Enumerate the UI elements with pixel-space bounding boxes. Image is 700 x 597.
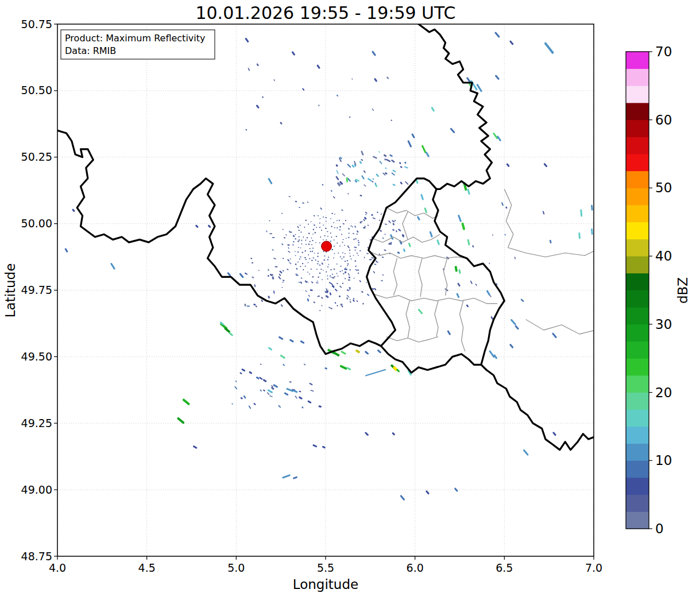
radar-echo: [177, 417, 185, 424]
colorbar-segment: [626, 154, 649, 171]
clutter-speck: [364, 216, 367, 220]
clutter-dot: [319, 310, 320, 311]
clutter-dot: [330, 276, 331, 277]
radar-echo: [447, 330, 451, 335]
clutter-dot: [324, 259, 325, 261]
country-border: [57, 130, 381, 354]
clutter-dot: [359, 195, 362, 196]
clutter-dot: [350, 255, 351, 257]
clutter-speck: [342, 173, 345, 177]
clutter-speck: [316, 280, 318, 282]
radar-echo: [580, 209, 582, 216]
clutter-dot: [322, 280, 323, 280]
clutter-speck: [381, 214, 382, 215]
y-tick-label: 48.75: [21, 550, 52, 563]
clutter-dot: [334, 276, 335, 277]
radar-echo: [543, 163, 547, 168]
radar-echo: [424, 207, 427, 213]
clutter-dot: [385, 234, 386, 235]
radar-echo: [195, 224, 199, 228]
clutter-dot: [281, 243, 284, 246]
clutter-dot: [353, 233, 354, 234]
clutter-dot: [358, 242, 359, 243]
radar-echo: [207, 224, 211, 228]
clutter-speck: [244, 304, 246, 307]
clutter-dot: [328, 264, 329, 265]
radar-echo: [509, 40, 514, 45]
clutter-speck: [363, 184, 366, 187]
radar-echo: [307, 400, 312, 404]
radar-echo: [284, 392, 288, 396]
clutter-speck: [344, 271, 346, 273]
clutter-speck: [279, 270, 283, 273]
colorbar-tick-label: 20: [655, 385, 672, 400]
clutter-dot: [334, 253, 335, 254]
colorbar-segment: [626, 205, 649, 222]
radar-echo: [365, 369, 386, 377]
clutter-speck: [505, 206, 508, 208]
y-tick-label: 50.75: [21, 18, 52, 30]
clutter-speck: [266, 392, 269, 396]
clutter-speck: [273, 290, 275, 294]
colorbar-segment: [626, 392, 649, 409]
clutter-dot: [293, 241, 294, 242]
radar-echo: [365, 351, 369, 355]
clutter-speck: [295, 396, 297, 399]
x-tick-label: 5.5: [317, 561, 334, 574]
clutter-dot: [315, 232, 316, 233]
clutter-dot: [338, 253, 339, 254]
clutter-speck: [340, 304, 342, 305]
clutter-dot: [327, 266, 328, 268]
clutter-dot: [349, 277, 350, 277]
colorbar-segment: [626, 103, 649, 120]
clutter-speck: [466, 304, 469, 308]
clutter-dot: [311, 245, 312, 245]
clutter-speck: [245, 272, 248, 274]
clutter-dot: [308, 224, 309, 224]
clutter-dot: [327, 276, 328, 277]
clutter-dot: [382, 257, 384, 258]
clutter-speck: [318, 405, 322, 408]
clutter-dot: [297, 251, 299, 253]
radar-echo: [273, 384, 278, 388]
radar-echo: [346, 367, 351, 370]
clutter-dot: [381, 280, 383, 281]
radar-echo: [591, 205, 593, 211]
clutter-dot: [309, 258, 310, 259]
clutter-dot: [300, 281, 302, 284]
clutter-speck: [268, 296, 270, 298]
country-border: [367, 179, 505, 373]
clutter-speck: [289, 381, 292, 383]
clutter-dot: [331, 277, 331, 278]
clutter-dot: [363, 227, 365, 228]
clutter-speck: [243, 395, 246, 398]
clutter-dot: [323, 216, 323, 218]
clutter-dot: [318, 295, 320, 297]
clutter-dot: [348, 237, 349, 238]
clutter-dot: [339, 246, 341, 247]
clutter-dot: [324, 255, 325, 257]
clutter-dot: [358, 272, 359, 274]
clutter-dot: [331, 190, 332, 192]
radar-echo: [461, 222, 465, 230]
region-border: [419, 258, 422, 297]
colorbar-segment: [626, 86, 649, 103]
colorbar-segment: [626, 443, 649, 460]
clutter-speck: [384, 154, 387, 157]
clutter-speck: [400, 166, 403, 168]
clutter-dot: [308, 294, 310, 297]
clutter-dot: [318, 277, 319, 278]
clutter-speck: [404, 166, 409, 168]
clutter-speck: [359, 280, 361, 282]
clutter-dot: [331, 226, 332, 227]
radar-reflectivity-figure: 4.04.55.05.56.06.57.048.7549.0049.2549.5…: [0, 0, 700, 597]
clutter-dot: [296, 268, 297, 269]
clutter-dot: [302, 263, 303, 264]
colorbar-segment: [626, 68, 649, 86]
radar-echo: [552, 332, 557, 338]
x-tick-label: 4.5: [138, 561, 156, 574]
colorbar-segment: [626, 478, 649, 495]
clutter-dot: [311, 260, 312, 261]
clutter-dot: [328, 257, 328, 258]
radar-echo: [299, 396, 303, 400]
